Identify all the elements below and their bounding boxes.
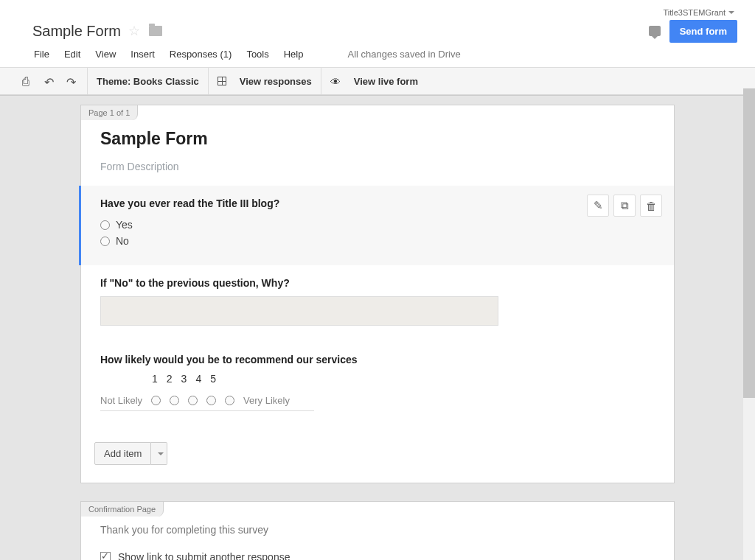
save-status: All changes saved in Drive	[347, 49, 460, 60]
menu-edit[interactable]: Edit	[64, 49, 80, 60]
scale-radio-3[interactable]	[188, 396, 198, 405]
radio-icon	[100, 220, 110, 230]
send-form-button[interactable]: Send form	[669, 20, 737, 43]
form-description[interactable]: Form Description	[100, 161, 655, 172]
scale-num-5: 5	[210, 373, 216, 385]
caret-down-icon	[158, 452, 164, 455]
menu-responses[interactable]: Responses (1)	[170, 49, 232, 60]
delete-icon[interactable]: 🗑	[640, 195, 662, 217]
scale-radio-1[interactable]	[151, 396, 161, 405]
question-3-title: How likely would you be to recommend our…	[100, 354, 655, 365]
confirmation-message[interactable]: Thank you for completing this survey	[97, 524, 658, 536]
form-page: Page 1 of 1 Sample Form Form Description…	[80, 105, 675, 483]
workspace: Page 1 of 1 Sample Form Form Description…	[0, 95, 755, 560]
scale-radio-5[interactable]	[225, 396, 234, 405]
redo-icon[interactable]	[66, 75, 78, 87]
scale-num-1: 1	[152, 373, 158, 385]
scale-num-2: 2	[167, 373, 173, 385]
folder-icon[interactable]	[149, 26, 162, 36]
star-icon[interactable]: ☆	[128, 23, 140, 39]
view-live-label: View live form	[354, 76, 418, 87]
form-title[interactable]: Sample Form	[100, 129, 655, 149]
scale-low-label: Not Likely	[100, 395, 142, 406]
paragraph-text-input[interactable]	[100, 296, 498, 326]
scrollbar-thumb[interactable]	[743, 88, 755, 398]
option-label: Show link to submit another response	[118, 551, 290, 560]
checkbox-checked-icon	[100, 552, 111, 560]
confirmation-tab: Confirmation Page	[80, 501, 164, 517]
question-2[interactable]: If "No" to the previous question, Why?	[81, 265, 674, 342]
account-menu-caret-icon[interactable]	[728, 11, 734, 14]
theme-prefix: Theme:	[97, 76, 133, 87]
scale-num-3: 3	[181, 373, 187, 385]
account-name[interactable]: Title3STEMGrant	[663, 8, 726, 17]
person-view-icon: 👁	[330, 76, 341, 86]
add-item-button[interactable]: Add item	[94, 442, 151, 465]
question-3[interactable]: How likely would you be to recommend our…	[81, 342, 674, 427]
add-item-dropdown[interactable]	[151, 442, 167, 465]
toolbar: Theme: Books Classic View responses 👁 Vi…	[0, 67, 755, 95]
scale-radio-2[interactable]	[170, 396, 179, 405]
menu-view[interactable]: View	[95, 49, 116, 60]
option-show-submit-link[interactable]: Show link to submit another response	[97, 547, 658, 560]
menu-file[interactable]: File	[34, 49, 49, 60]
question-1-title: Have you ever read the Title III blog?	[100, 197, 655, 209]
scale-radio-4[interactable]	[206, 396, 216, 405]
view-live-form-button[interactable]: 👁 View live form	[321, 68, 427, 94]
grid-icon	[218, 77, 226, 85]
question-1[interactable]: ✎ ⧉ 🗑 Have you ever read the Title III b…	[79, 186, 674, 265]
option-label: Yes	[116, 219, 133, 231]
undo-icon[interactable]	[44, 75, 56, 87]
menu-insert[interactable]: Insert	[131, 49, 155, 60]
radio-icon	[100, 237, 110, 246]
question-1-option-yes[interactable]: Yes	[100, 217, 655, 233]
menu-tools[interactable]: Tools	[246, 49, 268, 60]
scale-high-label: Very Likely	[243, 395, 290, 406]
view-responses-label: View responses	[240, 76, 312, 87]
edit-icon[interactable]: ✎	[587, 195, 609, 217]
confirmation-page: Confirmation Page Thank you for completi…	[80, 501, 675, 560]
page-indicator-tab: Page 1 of 1	[80, 105, 138, 120]
menu-help[interactable]: Help	[284, 49, 304, 60]
print-icon[interactable]	[22, 75, 34, 87]
view-responses-button[interactable]: View responses	[209, 68, 321, 94]
menu-bar: File Edit View Insert Responses (1) Tool…	[32, 43, 742, 67]
chat-icon[interactable]	[649, 26, 661, 36]
option-label: No	[116, 235, 129, 247]
theme-picker[interactable]: Theme: Books Classic	[88, 68, 208, 94]
scale-num-4: 4	[195, 373, 201, 385]
question-1-option-no[interactable]: No	[100, 233, 655, 249]
scrollbar[interactable]	[743, 88, 755, 560]
document-title[interactable]: Sample Form	[32, 23, 121, 40]
duplicate-icon[interactable]: ⧉	[613, 195, 636, 217]
question-2-title: If "No" to the previous question, Why?	[100, 277, 655, 289]
theme-name: Books Classic	[133, 76, 199, 87]
